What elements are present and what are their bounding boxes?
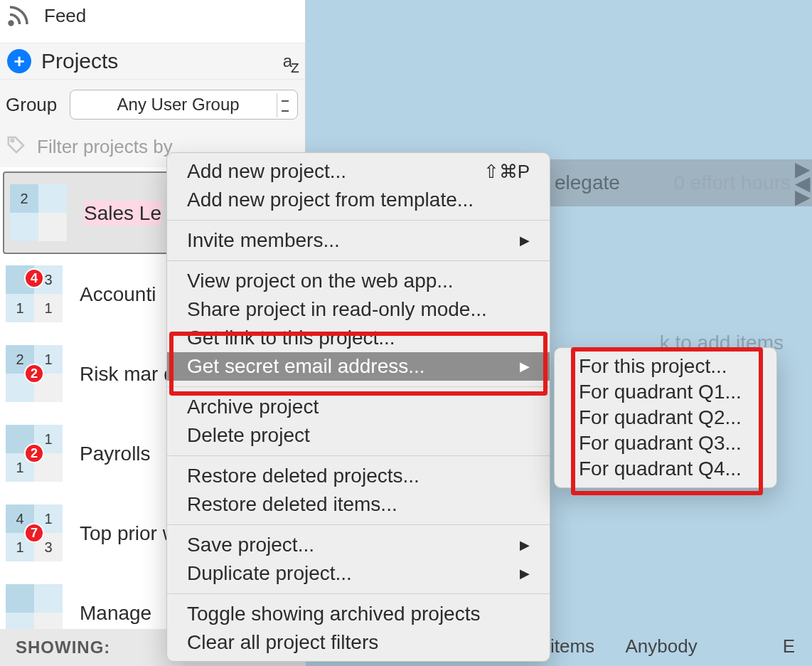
menu-view-web[interactable]: View project on the web app...	[167, 267, 550, 295]
projects-title: Projects	[41, 49, 273, 73]
trailing-e: E	[783, 635, 795, 657]
showing-label: SHOWING:	[16, 638, 110, 657]
quadrant-cell: 1	[34, 294, 63, 322]
menu-separator	[167, 593, 550, 594]
keyboard-shortcut: ⇧⌘P	[484, 161, 530, 183]
chevron-right-icon: ▶	[520, 537, 530, 553]
sort-az-button[interactable]: az	[283, 51, 298, 71]
menu-label: Restore deleted projects...	[187, 465, 420, 487]
menu-invite-members[interactable]: Invite members... ▶	[167, 226, 550, 255]
quadrant-thumbnail: 41137	[6, 504, 63, 561]
project-label: Manage	[80, 601, 151, 625]
menu-clear-filters[interactable]: Clear all project filters	[167, 628, 550, 657]
quadrant-cell: 1	[6, 294, 34, 322]
effort-hours: 0 effort hours	[674, 171, 791, 194]
submenu-item[interactable]: For quadrant Q4...	[555, 456, 776, 482]
menu-separator	[167, 455, 550, 456]
count-badge: 7	[24, 523, 44, 543]
menu-label: Add new project...	[187, 160, 346, 183]
project-label: Sales Le	[84, 201, 161, 226]
menu-label: Get link to this project...	[187, 327, 395, 349]
menu-add-new-project[interactable]: Add new project... ⇧⌘P	[167, 157, 550, 186]
menu-label: Restore deleted items...	[187, 493, 397, 516]
menu-label: Archive project	[187, 396, 319, 418]
svg-point-0	[9, 21, 13, 25]
menu-separator	[167, 524, 550, 525]
menu-separator	[167, 260, 550, 261]
anybody-filter[interactable]: Anybody	[625, 635, 697, 657]
quadrant-thumbnail: 3114	[6, 265, 63, 322]
group-select[interactable]: Any User Group	[70, 90, 298, 120]
chevron-right-icon: ▶	[520, 359, 530, 374]
chevron-right-icon: ▶	[520, 233, 530, 248]
quadrant-cell: 2	[10, 184, 38, 213]
quadrant-thumbnail: 2	[10, 184, 67, 241]
menu-label: Invite members...	[187, 229, 340, 252]
menu-label: Share project in read-only mode...	[187, 298, 487, 321]
menu-toggle-archived[interactable]: Toggle showing archived projects	[167, 600, 550, 628]
project-context-menu: Add new project... ⇧⌘P Add new project f…	[166, 152, 550, 662]
count-badge: 2	[24, 364, 44, 384]
submenu-item[interactable]: For this project...	[555, 354, 776, 379]
menu-label: Get secret email address...	[187, 355, 425, 378]
quadrant-cell	[38, 213, 67, 241]
submenu-item[interactable]: For quadrant Q2...	[555, 405, 776, 430]
svg-point-1	[11, 139, 14, 142]
project-label: Payrolls	[80, 441, 151, 466]
menu-save-project[interactable]: Save project... ▶	[167, 531, 550, 559]
secret-email-submenu: For this project...For quadrant Q1...For…	[554, 347, 777, 488]
feed-label: Feed	[44, 5, 86, 27]
feed-nav-item[interactable]: Feed	[0, 0, 305, 43]
menu-separator	[167, 386, 550, 387]
menu-delete-project[interactable]: Delete project	[167, 421, 550, 450]
menu-label: Toggle showing archived projects	[187, 603, 480, 625]
nav-arrows-icon[interactable]: ▶◀▶	[795, 162, 811, 204]
feed-icon	[6, 3, 31, 28]
submenu-item[interactable]: For quadrant Q1...	[555, 379, 776, 405]
delegate-label: elegate	[555, 171, 620, 194]
menu-label: Clear all project filters	[187, 631, 378, 654]
menu-add-from-template[interactable]: Add new project from template...	[167, 186, 550, 214]
tag-icon	[6, 134, 27, 160]
count-badge: 4	[24, 268, 44, 288]
menu-get-secret-email[interactable]: Get secret email address... ▶	[167, 352, 550, 381]
count-badge: 2	[24, 443, 44, 463]
menu-label: Add new project from template...	[187, 189, 474, 211]
quadrant-thumbnail: 112	[6, 425, 63, 482]
menu-label: Save project...	[187, 534, 314, 556]
menu-get-link[interactable]: Get link to this project...	[167, 324, 550, 352]
menu-share-readonly[interactable]: Share project in read-only mode...	[167, 295, 550, 324]
group-select-value: Any User Group	[117, 95, 240, 115]
submenu-item[interactable]: For quadrant Q3...	[555, 430, 776, 456]
project-label: Accounti	[80, 282, 156, 307]
menu-separator	[167, 220, 550, 221]
add-project-button[interactable]: +	[7, 49, 31, 73]
group-filter-row: Group Any User Group	[0, 80, 305, 127]
menu-label: View project on the web app...	[187, 270, 454, 292]
menu-restore-items[interactable]: Restore deleted items...	[167, 490, 550, 519]
menu-label: Delete project	[187, 424, 310, 447]
menu-label: Duplicate project...	[187, 562, 352, 585]
menu-restore-projects[interactable]: Restore deleted projects...	[167, 462, 550, 490]
quadrant-cell	[34, 584, 63, 613]
group-label: Group	[6, 94, 57, 116]
menu-archive-project[interactable]: Archive project	[167, 393, 550, 421]
quadrant-cell	[38, 184, 67, 213]
quadrant-thumbnail: 212	[6, 345, 63, 402]
items-label: items	[550, 635, 594, 657]
quadrant-cell	[6, 584, 34, 613]
quadrant-cell	[10, 213, 38, 241]
chevron-right-icon: ▶	[520, 566, 530, 581]
projects-section-header: + Projects az	[0, 43, 305, 80]
filter-placeholder: Filter projects by	[37, 136, 173, 158]
menu-duplicate-project[interactable]: Duplicate project... ▶	[167, 559, 550, 588]
